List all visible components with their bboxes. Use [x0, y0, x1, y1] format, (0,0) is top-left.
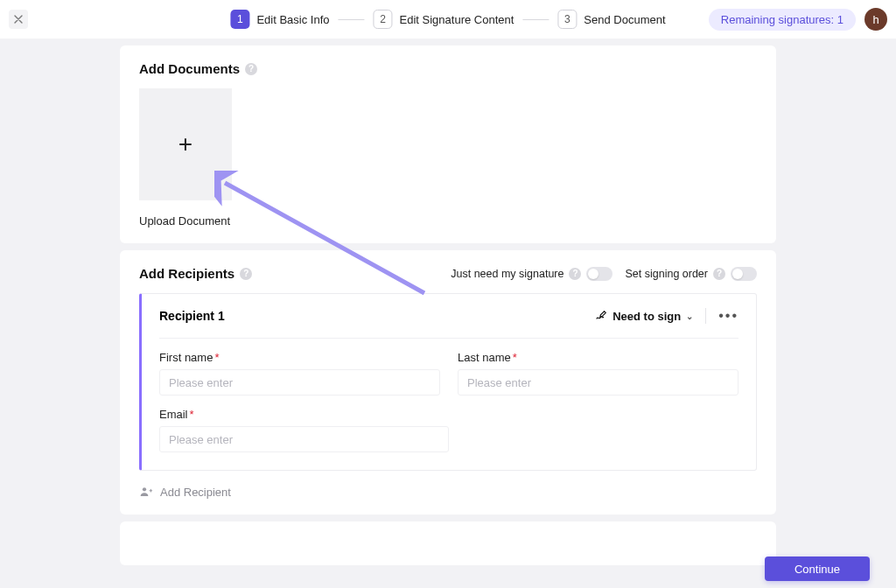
email-label: Email* — [159, 408, 449, 421]
close-button[interactable] — [9, 10, 28, 29]
step-number: 2 — [374, 10, 393, 29]
signing-order-group: Set signing order ? — [625, 267, 757, 281]
step-label: Edit Signature Content — [400, 13, 514, 26]
step-number: 1 — [230, 10, 249, 29]
recipient-block: Recipient 1 Need to sign ⌄ ••• First nam… — [139, 293, 757, 471]
card-title: Add Recipients — [139, 266, 234, 281]
first-name-label: First name* — [159, 351, 440, 364]
add-recipients-card: Add Recipients ? Just need my signature … — [120, 250, 776, 514]
need-to-sign-dropdown[interactable]: Need to sign ⌄ — [595, 310, 693, 323]
step-label: Edit Basic Info — [256, 13, 329, 26]
header: 1 Edit Basic Info 2 Edit Signature Conte… — [0, 0, 896, 38]
signing-order-toggle[interactable] — [731, 267, 757, 281]
svg-point-0 — [143, 487, 146, 491]
add-person-icon — [139, 485, 153, 499]
divider — [159, 338, 738, 339]
recipient-title: Recipient 1 — [159, 309, 225, 323]
first-name-input[interactable] — [159, 369, 440, 396]
add-recipient-button[interactable]: Add Recipient — [139, 485, 757, 499]
card-title: Add Documents — [139, 61, 240, 76]
just-my-signature-toggle[interactable] — [586, 267, 612, 281]
upload-label: Upload Document — [139, 214, 757, 228]
continue-button[interactable]: Continue — [765, 556, 870, 581]
help-icon[interactable]: ? — [245, 63, 257, 75]
last-name-input[interactable] — [458, 369, 738, 396]
next-card — [120, 522, 776, 565]
help-icon[interactable]: ? — [240, 268, 252, 280]
email-input[interactable] — [159, 426, 449, 452]
add-documents-card: Add Documents ? + Upload Document — [120, 46, 776, 243]
plus-icon: + — [178, 130, 192, 158]
add-recipient-label: Add Recipient — [160, 486, 231, 499]
header-right: Remaining signatures: 1 h — [709, 8, 887, 31]
close-icon — [14, 15, 23, 24]
progress-steps: 1 Edit Basic Info 2 Edit Signature Conte… — [230, 10, 665, 29]
help-icon[interactable]: ? — [713, 268, 725, 280]
divider — [705, 308, 706, 324]
step-3[interactable]: 3 Send Document — [557, 10, 665, 29]
last-name-label: Last name* — [458, 351, 738, 364]
signature-icon — [595, 310, 607, 322]
help-icon[interactable]: ? — [569, 268, 581, 280]
toggle-label: Set signing order — [625, 268, 708, 280]
step-2[interactable]: 2 Edit Signature Content — [374, 10, 514, 29]
step-connector — [522, 19, 549, 20]
upload-document-tile[interactable]: + — [139, 88, 232, 200]
step-1[interactable]: 1 Edit Basic Info — [230, 10, 329, 29]
step-number: 3 — [557, 10, 577, 29]
step-connector — [339, 19, 365, 20]
main-container: Add Documents ? + Upload Document Add Re… — [0, 38, 896, 565]
toggle-label: Just need my signature — [451, 268, 564, 280]
step-label: Send Document — [584, 13, 665, 26]
avatar[interactable]: h — [864, 8, 887, 31]
dropdown-label: Need to sign — [612, 310, 681, 323]
more-menu[interactable]: ••• — [718, 308, 738, 324]
remaining-signatures-badge: Remaining signatures: 1 — [709, 9, 856, 31]
chevron-down-icon: ⌄ — [686, 312, 693, 321]
just-my-signature-group: Just need my signature ? — [451, 267, 612, 281]
